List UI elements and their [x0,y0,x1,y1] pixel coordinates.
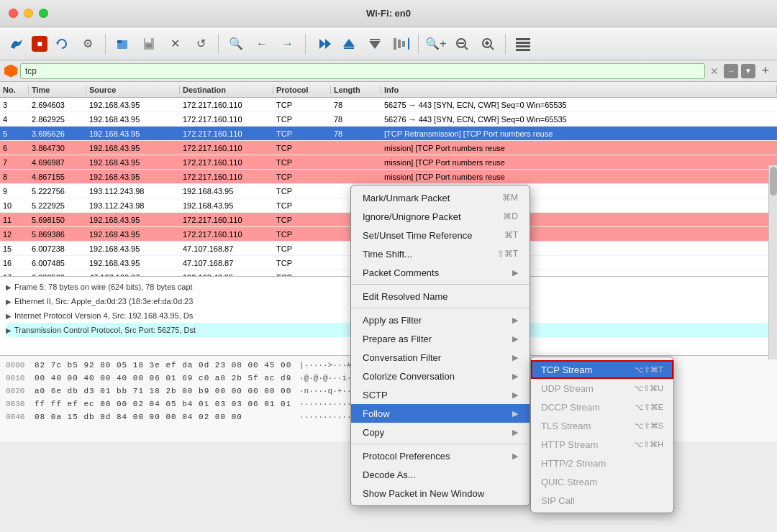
table-row[interactable]: 53.695626192.168.43.95172.217.160.110TCP… [0,127,777,141]
context-menu-item[interactable]: Follow▶ [351,404,530,423]
restart-button[interactable] [50,32,73,55]
sep4 [418,34,419,54]
table-cell: 12 [0,230,29,239]
table-row[interactable]: 63.864730192.168.43.95172.217.160.110TCP… [0,141,777,155]
table-cell: TCP [273,273,331,277]
scroll-up-button[interactable] [337,32,360,55]
table-cell: 5.698150 [29,216,86,224]
table-cell: 192.168.43.95 [86,129,180,138]
context-menu-item[interactable]: Mark/Unmark Packet⌘M [351,188,530,207]
svg-line-20 [491,47,494,50]
search-icon[interactable]: 🔍 [224,32,247,55]
reload-button[interactable]: ↺ [189,32,212,55]
save-file-button[interactable] [137,32,160,55]
context-menu-item[interactable]: SCTP▶ [351,385,530,404]
follow-submenu-label: UDP Stream [541,383,594,394]
table-cell: 56275 → 443 [SYN, ECN, CWR] Seq=0 Win=65… [381,101,777,109]
table-cell: 15 [0,244,29,253]
shortcut: ⌘T [504,230,518,240]
context-menu-item[interactable]: Prepare as Filter▶ [351,329,530,348]
svg-marker-7 [325,39,331,49]
follow-submenu-item[interactable]: TCP Stream⌥⇧⌘T [531,360,673,379]
context-menu-item[interactable]: Time Shift...⇧⌘T [351,244,530,263]
minimize-button[interactable] [24,9,33,18]
table-cell: 172.217.160.110 [180,115,273,124]
column-prefs-button[interactable] [512,32,535,55]
back-button[interactable]: ← [250,32,273,55]
context-menu-item[interactable]: Protocol Preferences▶ [351,446,530,465]
context-menu-item[interactable]: Packet Comments▶ [351,263,530,282]
table-cell: 172.217.160.110 [180,216,273,224]
table-cell: 5.222756 [29,187,86,196]
zoom-out-button[interactable] [450,32,473,55]
scrollbar[interactable] [768,165,777,359]
filter-clear-button[interactable]: ✕ [708,65,721,78]
filter-input[interactable] [20,63,705,79]
gear-icon[interactable]: ⚙ [76,32,99,55]
context-menu-item[interactable]: Copy▶ [351,423,530,441]
table-cell: [TCP Retransmission] [TCP Port numbers r… [381,129,777,138]
table-cell: 192.168.43.95 [180,273,273,277]
table-cell: TCP [273,101,331,109]
shortcut: ⇧⌘T [497,249,518,259]
submenu-arrow-icon: ▶ [512,268,518,278]
filter-dropdown-button[interactable]: ▼ [741,64,755,78]
context-menu-item-label: Follow [363,408,390,419]
table-row[interactable]: 32.694603192.168.43.95172.217.160.110TCP… [0,98,777,112]
context-menu-item[interactable]: Decode As... [351,465,530,484]
follow-submenu-item[interactable]: TLS Stream⌥⇧⌘S [531,416,673,435]
table-cell: 5.222925 [29,201,86,210]
context-menu-item-label: Prepare as Filter [363,334,432,344]
table-cell: 172.217.160.110 [180,158,273,167]
open-file-button[interactable] [112,32,135,55]
follow-submenu-shortcut: ⌥⇧⌘U [634,384,663,393]
stop-button[interactable]: ■ [32,36,47,52]
context-menu-item[interactable]: Set/Unset Time Reference⌘T [351,226,530,244]
context-menu-item[interactable]: Edit Resolved Name [351,287,530,306]
sep5 [505,34,506,54]
filter-add-button[interactable]: + [758,64,773,78]
maximize-button[interactable] [39,9,48,18]
follow-submenu-item[interactable]: HTTP Stream⌥⇧⌘H [531,435,673,454]
table-row[interactable]: 84.867155192.168.43.95172.217.160.110TCP… [0,170,777,184]
context-menu-item[interactable]: Colorize Conversation▶ [351,367,530,385]
table-cell: mission] [TCP Port numbers reuse [381,144,777,152]
filter-capture-button[interactable] [389,32,412,55]
close-button[interactable] [9,9,18,18]
window-title: Wi-Fi: en0 [366,8,411,19]
table-cell: 78 [331,129,381,138]
svg-marker-15 [408,37,409,50]
context-menu-item[interactable]: Conversation Filter▶ [351,348,530,367]
context-menu-item[interactable]: Ignore/Unignore Packet⌘D [351,207,530,226]
follow-submenu-item[interactable]: QUIC Stream [531,472,673,491]
table-cell: mission] [TCP Port numbers reuse [381,173,777,181]
table-cell: 5.869386 [29,230,86,239]
scroll-down-button[interactable] [363,32,386,55]
table-cell: TCP [273,158,331,167]
zoom-in-button[interactable]: 🔍+ [424,32,447,55]
zoom-reset-button[interactable] [476,32,499,55]
detail-text: Frame 5: 78 bytes on wire (624 bits), 78… [14,283,193,291]
table-row[interactable]: 42.862925192.168.43.95172.217.160.110TCP… [0,112,777,127]
follow-submenu-label: TCP Stream [541,364,592,375]
filter-arrow-button[interactable]: → [724,64,738,78]
close-file-button[interactable]: ✕ [163,32,186,55]
context-menu-item-label: SCTP [363,390,388,400]
follow-submenu-item[interactable]: HTTP/2 Stream [531,454,673,472]
svg-rect-4 [145,38,151,42]
follow-submenu-item[interactable]: UDP Stream⌥⇧⌘U [531,379,673,398]
scrollbar-thumb[interactable] [770,167,777,196]
filter-bar: ✕ → ▼ + [0,60,777,82]
table-cell: TCP [273,216,331,224]
table-cell: 192.168.43.95 [86,158,180,167]
context-menu-item[interactable]: Apply as Filter▶ [351,311,530,329]
shark-icon[interactable] [6,32,29,55]
table-row[interactable]: 74.696987192.168.43.95172.217.160.110TCP… [0,155,777,170]
forward-button[interactable]: → [276,32,299,55]
follow-submenu-item[interactable]: DCCP Stream⌥⇧⌘E [531,398,673,416]
table-cell: 47.107.168.87 [86,273,180,277]
table-cell: 9 [0,187,29,196]
go-to-first-button[interactable] [312,32,335,55]
context-menu-item[interactable]: Show Packet in New Window [351,484,530,503]
follow-submenu-item[interactable]: SIP Call [531,491,673,510]
